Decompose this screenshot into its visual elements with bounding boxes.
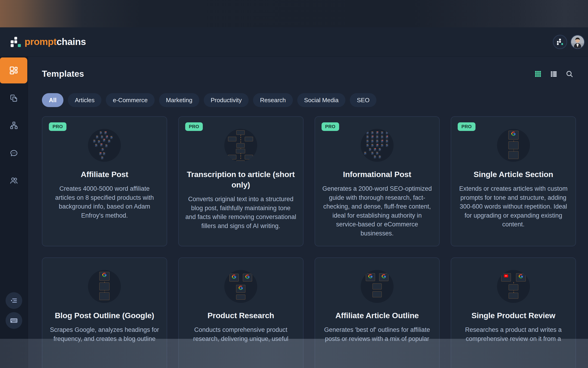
workflow-node	[386, 144, 388, 147]
workflow-node	[371, 152, 374, 155]
template-title: Single Article Section	[459, 169, 568, 180]
template-thumbnail	[224, 270, 257, 303]
template-description: Generates a 2000-word SEO-optimized guid…	[322, 184, 433, 238]
workflow-panel	[509, 284, 518, 290]
list-view-icon	[550, 70, 557, 78]
sidebar-item-templates[interactable]	[0, 57, 27, 83]
user-avatar[interactable]	[570, 35, 585, 49]
workflow-panel	[236, 130, 245, 135]
template-title: Product Research	[187, 310, 295, 321]
workflow-panel	[99, 283, 109, 290]
workflow-node	[376, 139, 378, 143]
brand-logo[interactable]: promptchains	[11, 36, 86, 47]
workflow-panel	[236, 285, 246, 293]
filter-chip-seo[interactable]: SEO	[350, 93, 377, 107]
chat-icon	[10, 149, 18, 157]
grid-view-icon	[534, 70, 542, 78]
filter-chip-articles[interactable]: Articles	[68, 93, 101, 107]
app-header: promptchains	[0, 27, 588, 56]
sidebar-changelog-button[interactable]	[6, 292, 22, 309]
workflow-node	[381, 135, 383, 138]
workflow-node	[374, 148, 376, 151]
sidebar-keyboard-button[interactable]	[6, 312, 22, 329]
workflow-panel	[236, 143, 245, 148]
documents-icon	[10, 94, 18, 102]
workflow-node	[100, 131, 102, 134]
pro-badge: PRO	[322, 122, 339, 131]
view-controls	[534, 70, 573, 78]
workflow-panel	[99, 292, 109, 300]
workflow-panel	[508, 141, 518, 149]
workflow-node	[376, 135, 378, 138]
template-title: Affiliate Post	[50, 169, 159, 180]
workflow-node	[371, 144, 374, 147]
workflow-node	[381, 131, 383, 134]
changelog-indent-icon	[10, 297, 18, 304]
search-button[interactable]	[566, 70, 573, 78]
template-card-grid: PROAffiliate PostCreates 4000-5000 word …	[28, 116, 588, 368]
pro-badge: PRO	[49, 122, 66, 131]
sidebar-item-documents[interactable]	[0, 90, 28, 106]
template-thumbnail	[361, 129, 394, 162]
workflow-panel	[372, 283, 382, 289]
workflow-node	[381, 139, 383, 143]
template-title: Transcription to article (short only)	[187, 169, 295, 190]
template-card[interactable]: PROAffiliate PostCreates 4000-5000 word …	[42, 116, 167, 246]
workflow-panel	[228, 155, 236, 159]
workflow-panel	[236, 160, 245, 162]
pro-badge: PRO	[185, 122, 203, 131]
header-actions	[553, 35, 585, 49]
template-title: Single Product Review	[459, 310, 568, 321]
template-card[interactable]: PROTranscription to article (short only)…	[178, 116, 304, 246]
filter-chip-marketing[interactable]: Marketing	[159, 93, 199, 107]
google-logo-icon	[366, 274, 375, 278]
workflow-node	[386, 135, 388, 138]
workflow-panel	[236, 149, 245, 153]
workflow-node	[101, 156, 104, 159]
template-card[interactable]: PROSingle Article SectionExtends or crea…	[451, 116, 576, 246]
workflow-panel	[501, 273, 511, 282]
google-logo-icon	[236, 286, 245, 290]
workflow-panel	[508, 151, 518, 159]
workflow-node	[104, 131, 107, 134]
list-view-button[interactable]	[550, 70, 557, 78]
filter-chip-all[interactable]: All	[42, 93, 63, 107]
sidebar-item-team[interactable]	[0, 172, 28, 189]
sidebar-item-chat[interactable]	[0, 145, 28, 162]
filter-chip-social-media[interactable]: Social Media	[297, 93, 346, 107]
workflow-node	[371, 135, 374, 138]
template-title: Informational Post	[323, 169, 431, 180]
workflow-node	[105, 144, 108, 147]
sidebar-nav	[0, 56, 28, 368]
workflow-panel	[99, 272, 109, 281]
google-logo-icon	[516, 274, 526, 278]
filter-chip-research[interactable]: Research	[253, 93, 293, 107]
workflow-panel	[509, 293, 518, 299]
workflow-node	[101, 148, 104, 151]
apps-launcher-button[interactable]	[553, 35, 567, 49]
workflow-node	[386, 131, 388, 134]
workflow-panel	[236, 294, 246, 300]
workflow-node	[93, 139, 96, 143]
sidebar-item-workflows[interactable]	[0, 117, 28, 134]
workflow-node	[103, 138, 105, 142]
google-logo-icon	[243, 275, 252, 279]
workflow-panel	[508, 131, 518, 139]
team-users-icon	[10, 176, 18, 185]
template-card[interactable]: PROInformational PostGenerates a 2000-wo…	[315, 116, 440, 246]
grid-view-button[interactable]	[534, 70, 542, 78]
workflow-panel	[372, 291, 382, 297]
filter-chip-e-commerce[interactable]: e-Commerce	[106, 93, 154, 107]
workflow-node	[95, 144, 97, 147]
filter-chip-productivity[interactable]: Productivity	[204, 93, 249, 107]
workflow-node	[103, 152, 105, 155]
workflow-node	[366, 139, 369, 143]
workflow-node	[376, 144, 378, 147]
workflow-panel	[516, 273, 526, 282]
template-title: Affiliate Article Outline	[323, 310, 431, 321]
top-gradient-band	[0, 0, 588, 27]
templates-dashboard-icon	[9, 66, 18, 75]
workflow-panel	[379, 273, 388, 281]
workflow-panel	[245, 155, 253, 159]
workflow-panel	[245, 137, 253, 141]
